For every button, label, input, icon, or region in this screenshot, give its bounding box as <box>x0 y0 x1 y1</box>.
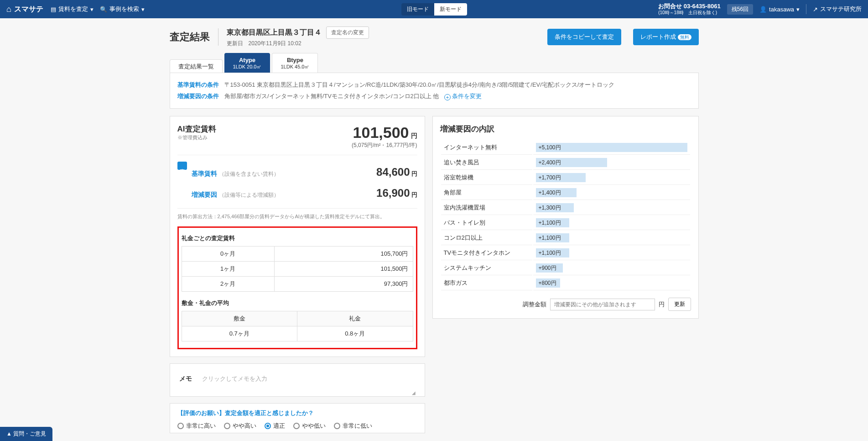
ext-link[interactable]: ↗ スマサテ研究所 <box>813 5 862 13</box>
reikin-table: 0ヶ月105,700円1ヶ月101,500円2ヶ月97,300円 <box>182 246 413 292</box>
factor-name: 室内洗濯機置場 <box>441 201 532 215</box>
factor-value: 16,900 <box>376 187 410 199</box>
shikikin-header: 敷金 <box>182 311 297 326</box>
factor-bar: +1,400円 <box>536 188 687 197</box>
reikin-rent: 105,700円 <box>274 246 413 261</box>
reikin-rent: 97,300円 <box>274 276 413 291</box>
contact-tel: お問合せ 03-6435-8061 <box>658 3 721 10</box>
shikikin-value: 0.7ヶ月 <box>182 326 297 341</box>
caret-down-icon: ▾ <box>141 6 145 13</box>
tabs: 査定結果一覧 Atype1LDK 20.0㎡ Btype1LDK 45.0㎡ <box>170 53 699 73</box>
factor-bar: +1,300円 <box>536 203 687 212</box>
radio-icon <box>224 423 230 429</box>
ai-rent-sub: ※管理費込み <box>177 134 216 141</box>
eval-option[interactable]: やや高い <box>224 422 256 430</box>
factor-value: +5,100円 <box>539 144 561 152</box>
eval-option[interactable]: 非常に高い <box>177 422 216 430</box>
reikin-title: 礼金ごとの査定賃料 <box>182 234 413 242</box>
home-icon: ⌂ <box>6 5 11 14</box>
title-row: 査定結果 東京都目黒区上目黒３丁目４ 査定名の変更 更新日 2020年11月9日… <box>170 26 699 47</box>
divider <box>218 28 218 46</box>
factor-bar: +1,100円 <box>536 248 687 257</box>
user-icon: 👤 <box>759 6 767 13</box>
factors-title: 増減要因の内訳 <box>440 124 691 134</box>
avg-table: 敷金礼金 0.7ヶ月0.8ヶ月 <box>182 311 413 341</box>
factor-value: +1,100円 <box>539 249 561 257</box>
user-name: takasawa <box>769 6 794 13</box>
eval-option-label: やや高い <box>233 422 256 430</box>
factor-row: バス・トイレ別+1,100円 <box>441 216 690 230</box>
remain-badge: 残56回 <box>727 4 753 15</box>
factor-value: +800円 <box>539 279 556 287</box>
memo-label: メモ <box>179 375 192 383</box>
factor-name: システムキッチン <box>441 261 532 275</box>
tab-results-list[interactable]: 査定結果一覧 <box>170 59 223 73</box>
factor-value: +1,300円 <box>539 204 561 212</box>
factor-bar: +1,100円 <box>536 218 687 227</box>
plus-circle-icon: + <box>444 94 451 100</box>
factor-row: TVモニタ付きインタホン+1,100円 <box>441 246 690 260</box>
mode-new[interactable]: 新モード <box>434 3 467 16</box>
base-rent-label[interactable]: 基準賃料 <box>192 170 217 177</box>
caret-down-icon: ▾ <box>90 6 94 13</box>
mode-old[interactable]: 旧モード <box>401 3 434 16</box>
header: ⌂ スマサテ ▤ 賃料を査定 ▾ 🔍 事例を検索 ▾ 旧モード 新モード お問合… <box>0 0 868 18</box>
conditions-panel: 基準賃料の条件 〒153-0051 東京都目黒区上目黒３丁目４/マンション/RC… <box>170 73 699 109</box>
reikin-month: 2ヶ月 <box>182 276 274 291</box>
eval-option[interactable]: やや低い <box>293 422 326 430</box>
table-row: 1ヶ月101,500円 <box>182 261 413 276</box>
factor-bar: +800円 <box>536 278 687 288</box>
copy-conditions-button[interactable]: 条件をコピーして査定 <box>547 29 621 45</box>
calc-note: 賃料の算出方法：2,475,466部屋分の賃料データからAIが構築した賃料推定モ… <box>177 209 417 225</box>
feedback-button[interactable]: ▲ 質問・ご意見 <box>0 427 52 441</box>
resize-handle-icon[interactable]: ◢ <box>177 390 417 395</box>
factor-value: +1,100円 <box>539 234 561 242</box>
logo[interactable]: ⌂ スマサテ <box>6 5 43 14</box>
factor-row: 都市ガス+800円 <box>441 276 690 290</box>
create-report-button[interactable]: レポート作成無料 <box>633 29 699 45</box>
change-conditions-link[interactable]: +条件を変更 <box>444 93 482 100</box>
factor-row: 追い焚き風呂+2,400円 <box>441 156 690 170</box>
eval-option[interactable]: 非常に低い <box>334 422 372 430</box>
radio-icon <box>293 423 300 429</box>
ai-rent-value: 101,500 <box>353 124 409 141</box>
nav-assess[interactable]: ▤ 賃料を査定 ▾ <box>51 5 94 13</box>
page-title: 査定結果 <box>170 30 210 44</box>
factors-panel: 増減要因の内訳 インターネット無料+5,100円追い焚き風呂+2,400円浴室乾… <box>432 116 699 319</box>
memo-input[interactable]: クリックしてメモを入力 <box>199 372 416 386</box>
update-button[interactable]: 更新 <box>668 298 691 311</box>
eval-option[interactable]: 適正 <box>265 422 285 430</box>
nav-search[interactable]: 🔍 事例を検索 ▾ <box>100 5 145 13</box>
factor-row: 室内洗濯機置場+1,300円 <box>441 201 690 215</box>
ai-rent-panel: AI査定賃料 ※管理費込み 101,500円 (5,075円/m²・16,777… <box>170 116 425 357</box>
divider <box>806 4 806 14</box>
table-row: 2ヶ月97,300円 <box>182 276 413 291</box>
tab-atype[interactable]: Atype1LDK 20.0㎡ <box>224 53 270 73</box>
factor-row: 角部屋+1,400円 <box>441 186 690 200</box>
factor-bar: +1,100円 <box>536 233 687 242</box>
factor-name: TVモニタ付きインタホン <box>441 246 532 260</box>
ai-rent-per: (5,075円/m²・16,777円/坪) <box>352 142 417 149</box>
factor-value: +900円 <box>539 264 556 272</box>
factor-label[interactable]: 増減要因 <box>192 191 217 198</box>
rename-button[interactable]: 査定名の変更 <box>326 26 369 39</box>
external-link-icon: ↗ <box>813 6 818 13</box>
tab-btype[interactable]: Btype1LDK 45.0㎡ <box>272 53 318 73</box>
reikin-rent: 101,500円 <box>274 261 413 276</box>
factor-bar: +1,700円 <box>536 173 687 182</box>
factor-name: 都市ガス <box>441 276 532 290</box>
factor-name: 追い焚き風呂 <box>441 156 532 170</box>
radio-icon <box>177 423 184 429</box>
address: 東京都目黒区上目黒３丁目４ <box>227 28 322 37</box>
factors-table: インターネット無料+5,100円追い焚き風呂+2,400円浴室乾燥機+1,700… <box>440 140 691 291</box>
nav-search-label: 事例を検索 <box>109 5 139 13</box>
updated: 更新日 2020年11月9日 10:02 <box>227 40 369 47</box>
adjust-input[interactable] <box>550 299 655 310</box>
user-menu[interactable]: 👤 takasawa ▾ <box>759 6 800 13</box>
avg-title: 敷金・礼金の平均 <box>182 299 413 307</box>
caret-down-icon: ▾ <box>796 6 800 13</box>
factor-row: 浴室乾燥機+1,700円 <box>441 171 690 185</box>
contact: お問合せ 03-6435-8061 (10時～18時 土日祝を除く) <box>658 3 721 16</box>
factor-value: +1,700円 <box>539 174 561 182</box>
radio-icon <box>265 423 271 429</box>
